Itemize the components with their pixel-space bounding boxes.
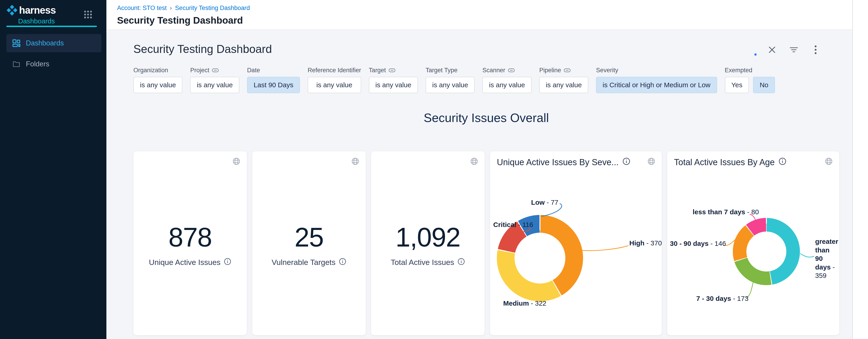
filter-target-chip[interactable]: is any value bbox=[369, 77, 418, 93]
filter-scanner: Scanner is any value bbox=[482, 66, 531, 93]
breadcrumb-page-link[interactable]: Security Testing Dashboard bbox=[175, 4, 250, 11]
filter-severity-chip[interactable]: is Critical or High or Medium or Low bbox=[596, 77, 717, 93]
harness-logo[interactable]: harness bbox=[6, 4, 56, 16]
filter-project-chip[interactable]: is any value bbox=[190, 77, 239, 93]
apps-grid-icon[interactable] bbox=[83, 9, 93, 20]
slice-label-low: Low - 77 bbox=[512, 199, 558, 206]
tile-unique-active-issues: 878 Unique Active Issues bbox=[133, 151, 247, 335]
slice-label-7-30-days: 7 - 30 days - 173 bbox=[696, 295, 748, 303]
folder-icon bbox=[12, 60, 21, 68]
dashboards-icon bbox=[12, 39, 21, 47]
filter-scanner-chip[interactable]: is any value bbox=[482, 77, 531, 93]
sidebar-item-label: Folders bbox=[26, 60, 49, 68]
slice-label-high: High - 370 bbox=[629, 239, 662, 247]
filter-label: Scanner bbox=[482, 66, 531, 74]
top-header: Account: STO test › Security Testing Das… bbox=[106, 0, 852, 30]
donut-hole bbox=[515, 233, 565, 284]
sidebar: harness Dashboards Das bbox=[0, 0, 106, 339]
filter-target: Target is any value bbox=[369, 66, 418, 93]
tile-total-active-issues: 1,092 Total Active Issues bbox=[371, 151, 485, 335]
info-icon[interactable] bbox=[224, 258, 231, 267]
stat-label: Unique Active Issues bbox=[149, 258, 231, 267]
filter-bar: Organization is any value Project is any… bbox=[133, 66, 775, 93]
globe-icon[interactable] bbox=[470, 157, 479, 167]
stat-label: Total Active Issues bbox=[391, 258, 465, 267]
filter-label: Target Type bbox=[426, 66, 475, 74]
info-icon[interactable] bbox=[457, 258, 465, 267]
filter-exempted: Exempted Yes No bbox=[725, 66, 775, 93]
breadcrumb: Account: STO test › Security Testing Das… bbox=[117, 4, 250, 11]
slice-label-30-90-days: 30 - 90 days - 146 bbox=[670, 240, 726, 248]
link-icon bbox=[564, 68, 570, 73]
info-icon[interactable] bbox=[339, 258, 346, 267]
dashboard-title: Security Testing Dashboard bbox=[133, 43, 272, 56]
link-icon bbox=[212, 68, 219, 73]
link-icon bbox=[389, 68, 396, 73]
chart-title: Total Active Issues By Age bbox=[674, 157, 786, 167]
filter-reference-identifier-chip[interactable]: is any value bbox=[308, 77, 361, 93]
module-name: Dashboards bbox=[18, 17, 55, 25]
filter-label: Exempted bbox=[725, 66, 775, 74]
cursor-dot bbox=[754, 53, 756, 56]
filter-date-chip[interactable]: Last 90 Days bbox=[247, 77, 300, 93]
filter-organization: Organization is any value bbox=[133, 66, 182, 93]
filter-target-type-chip[interactable]: is any value bbox=[426, 77, 475, 93]
section-heading: Security Issues Overall bbox=[133, 111, 839, 125]
slice-label-critical: Critical - 116 bbox=[493, 221, 533, 229]
info-icon[interactable] bbox=[622, 157, 630, 167]
filter-exempted-no-chip[interactable]: No bbox=[753, 77, 775, 93]
filter-label: Reference Identifier bbox=[308, 66, 361, 74]
dashboard-tiles: 878 Unique Active Issues bbox=[133, 151, 839, 335]
filter-pipeline-chip[interactable]: is any value bbox=[539, 77, 588, 93]
chart-title: Unique Active Issues By Seve... bbox=[497, 157, 630, 167]
filter-label: Severity bbox=[596, 66, 717, 74]
close-icon[interactable] bbox=[767, 45, 777, 55]
tile-unique-active-issues-by-severity: Unique Active Issues By Seve... bbox=[490, 151, 662, 335]
harness-logo-icon bbox=[6, 4, 18, 16]
sidebar-item-folders[interactable]: Folders bbox=[6, 55, 101, 73]
globe-icon[interactable] bbox=[647, 157, 656, 167]
filter-date: Date Last 90 Days bbox=[247, 66, 300, 93]
panel-actions bbox=[767, 45, 820, 55]
slice-label-medium: Medium - 322 bbox=[503, 300, 546, 307]
stat-value: 25 bbox=[294, 222, 323, 253]
info-icon[interactable] bbox=[778, 157, 786, 167]
scrollbar-track[interactable] bbox=[852, 0, 868, 339]
filter-label: Date bbox=[247, 66, 300, 74]
slice-label-less-than-7-days: less than 7 days - 80 bbox=[693, 208, 759, 216]
filter-label: Organization bbox=[133, 66, 182, 74]
sidebar-nav: Dashboards Folders bbox=[0, 34, 106, 76]
filter-severity: Severity is Critical or High or Medium o… bbox=[596, 66, 717, 93]
sidebar-item-label: Dashboards bbox=[26, 39, 64, 47]
stat-value: 1,092 bbox=[396, 222, 460, 253]
dashboard-panel: Security Testing Dashboard Or bbox=[106, 31, 852, 339]
globe-icon[interactable] bbox=[232, 157, 241, 167]
brand-name: harness bbox=[19, 4, 56, 16]
stat-value: 878 bbox=[168, 222, 212, 253]
filter-label: Target bbox=[369, 66, 418, 74]
filter-pipeline: Pipeline is any value bbox=[539, 66, 588, 93]
filter-icon[interactable] bbox=[789, 45, 799, 55]
filter-project: Project is any value bbox=[190, 66, 239, 93]
app-root: harness Dashboards Das bbox=[0, 0, 868, 339]
filter-exempted-yes-chip[interactable]: Yes bbox=[725, 77, 749, 93]
exempted-options: Yes No bbox=[725, 77, 775, 93]
stat-label: Vulnerable Targets bbox=[272, 258, 346, 267]
breadcrumb-account-link[interactable]: Account: STO test bbox=[117, 4, 167, 11]
filter-organization-chip[interactable]: is any value bbox=[133, 77, 182, 93]
link-icon bbox=[508, 68, 515, 73]
globe-icon[interactable] bbox=[824, 157, 833, 167]
module-underline bbox=[6, 26, 97, 27]
donut-hole bbox=[746, 231, 786, 272]
filter-label: Project bbox=[190, 66, 239, 74]
globe-icon[interactable] bbox=[351, 157, 360, 167]
tile-total-active-issues-by-age: Total Active Issues By Age bbox=[667, 151, 839, 335]
slice-label-greater-than-90-days: greater than 90 days - 359 bbox=[815, 237, 839, 280]
sidebar-item-dashboards[interactable]: Dashboards bbox=[6, 34, 101, 52]
tile-vulnerable-targets: 25 Vulnerable Targets bbox=[252, 151, 366, 335]
filter-target-type: Target Type is any value bbox=[426, 66, 475, 93]
breadcrumb-separator: › bbox=[170, 4, 172, 11]
filter-reference-identifier: Reference Identifier is any value bbox=[308, 66, 361, 93]
kebab-menu-icon[interactable] bbox=[811, 45, 820, 55]
age-donut-chart[interactable] bbox=[733, 218, 800, 285]
